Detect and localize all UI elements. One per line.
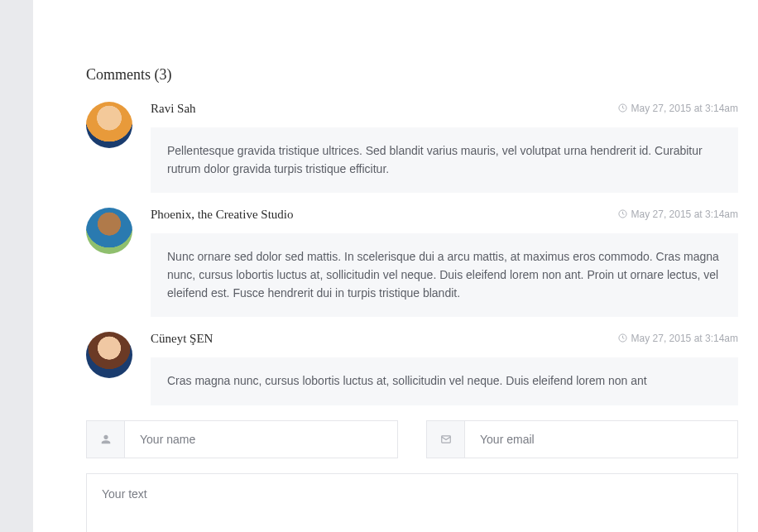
email-input[interactable]: [465, 421, 737, 458]
comment-author[interactable]: Phoenix, the Creative Studio: [151, 208, 293, 222]
comment-meta: Ravi Sah May 27, 2015 at 3:14am: [151, 102, 738, 116]
avatar: [86, 102, 132, 148]
comments-card: Comments (3) Ravi Sah May 27, 2015 at 3:…: [33, 0, 758, 532]
comment-text: Cras magna nunc, cursus lobortis luctus …: [151, 357, 738, 405]
comment-body: Phoenix, the Creative Studio May 27, 201…: [151, 208, 738, 317]
comment-text: Nunc ornare sed dolor sed mattis. In sce…: [151, 233, 738, 317]
comment-timestamp: May 27, 2015 at 3:14am: [618, 103, 738, 114]
timestamp-text: May 27, 2015 at 3:14am: [631, 333, 738, 344]
comment-item: Phoenix, the Creative Studio May 27, 201…: [86, 208, 738, 317]
comment-item: Ravi Sah May 27, 2015 at 3:14am Pellente…: [86, 102, 738, 193]
timestamp-text: May 27, 2015 at 3:14am: [631, 208, 738, 220]
comment-timestamp: May 27, 2015 at 3:14am: [618, 333, 738, 344]
comment-body: Ravi Sah May 27, 2015 at 3:14am Pellente…: [151, 102, 738, 193]
envelope-icon: [427, 421, 465, 458]
name-input-group: [86, 420, 398, 458]
comment-meta: Cüneyt ŞEN May 27, 2015 at 3:14am: [151, 332, 738, 346]
clock-icon: [618, 103, 627, 113]
email-input-group: [426, 420, 738, 458]
clock-icon: [618, 209, 627, 218]
comment-timestamp: May 27, 2015 at 3:14am: [618, 208, 738, 220]
text-input[interactable]: [102, 487, 722, 525]
comment-author[interactable]: Ravi Sah: [151, 102, 196, 116]
comment-text: Pellentesque gravida tristique ultrices.…: [151, 127, 738, 193]
avatar: [86, 208, 132, 254]
comment-body: Cüneyt ŞEN May 27, 2015 at 3:14am Cras m…: [151, 332, 738, 405]
section-title: Comments (3): [86, 66, 738, 84]
comment-meta: Phoenix, the Creative Studio May 27, 201…: [151, 208, 738, 222]
avatar: [86, 332, 132, 378]
comment-item: Cüneyt ŞEN May 27, 2015 at 3:14am Cras m…: [86, 332, 738, 405]
comment-form-row: [86, 420, 738, 458]
name-input[interactable]: [125, 421, 397, 458]
clock-icon: [618, 333, 627, 343]
comment-author[interactable]: Cüneyt ŞEN: [151, 332, 213, 346]
user-icon: [87, 421, 125, 458]
text-input-group: [86, 473, 738, 532]
timestamp-text: May 27, 2015 at 3:14am: [631, 103, 738, 114]
